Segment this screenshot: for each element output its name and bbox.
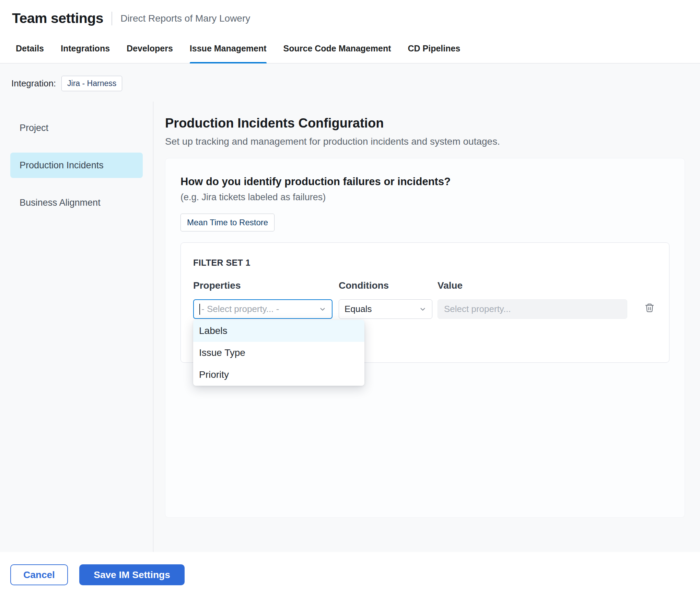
- page-header: Team settings Direct Reports of Mary Low…: [0, 0, 700, 35]
- conditions-column: Conditions Equals: [339, 280, 432, 319]
- chevron-down-icon: [319, 305, 326, 313]
- integration-row: Integration: Jira - Harness: [0, 63, 700, 101]
- filter-row: Properties - Select property... -: [193, 280, 657, 319]
- team-settings-page: Team settings Direct Reports of Mary Low…: [0, 0, 700, 600]
- main-panel: Production Incidents Configuration Set u…: [153, 101, 700, 552]
- section-subtitle: Set up tracking and management for produ…: [165, 136, 685, 147]
- tab-integrations[interactable]: Integrations: [61, 35, 110, 63]
- property-dropdown-menu: Labels Issue Type Priority: [193, 320, 364, 386]
- condition-select-value: Equals: [345, 304, 372, 314]
- tab-source-code-management[interactable]: Source Code Management: [283, 35, 391, 63]
- tab-developers[interactable]: Developers: [127, 35, 173, 63]
- tab-bar: Details Integrations Developers Issue Ma…: [0, 35, 700, 63]
- incidents-config-card: How do you identify production failures …: [165, 158, 685, 518]
- sidebar-item-production-incidents[interactable]: Production Incidents: [10, 153, 143, 178]
- text-cursor: [199, 304, 200, 315]
- settings-sidebar: Project Production Incidents Business Al…: [0, 101, 153, 552]
- trash-column: [642, 280, 657, 319]
- dropdown-option-priority[interactable]: Priority: [193, 364, 364, 386]
- tab-details[interactable]: Details: [16, 35, 44, 63]
- condition-select[interactable]: Equals: [339, 299, 432, 319]
- value-input[interactable]: [438, 299, 627, 319]
- cancel-button[interactable]: Cancel: [10, 564, 68, 585]
- sidebar-item-project[interactable]: Project: [10, 115, 143, 141]
- dropdown-option-labels[interactable]: Labels: [193, 320, 364, 342]
- property-select-placeholder: - Select property... -: [201, 304, 279, 314]
- filter-set-title: FILTER SET 1: [193, 258, 657, 268]
- integration-label: Integration:: [11, 78, 56, 89]
- dropdown-option-issue-type[interactable]: Issue Type: [193, 342, 364, 364]
- filter-set-card: FILTER SET 1 Properties - Select propert…: [180, 242, 669, 363]
- page-subtitle: Direct Reports of Mary Lowery: [120, 13, 250, 24]
- conditions-column-header: Conditions: [339, 280, 432, 291]
- tab-cd-pipelines[interactable]: CD Pipelines: [408, 35, 460, 63]
- properties-column: Properties - Select property... -: [193, 280, 332, 319]
- section-title: Production Incidents Configuration: [165, 116, 685, 131]
- config-question: How do you identify production failures …: [180, 176, 669, 188]
- save-im-settings-button[interactable]: Save IM Settings: [79, 564, 185, 585]
- value-column: Value: [438, 280, 627, 319]
- value-column-header: Value: [438, 280, 627, 291]
- settings-body: Project Production Incidents Business Al…: [0, 101, 700, 552]
- tab-issue-management[interactable]: Issue Management: [190, 35, 267, 63]
- footer-bar: Cancel Save IM Settings: [0, 552, 700, 600]
- property-select[interactable]: - Select property... -: [193, 299, 332, 319]
- properties-column-header: Properties: [193, 280, 332, 291]
- sidebar-item-business-alignment[interactable]: Business Alignment: [10, 190, 143, 215]
- trash-icon[interactable]: [642, 298, 657, 317]
- integration-chip[interactable]: Jira - Harness: [61, 76, 122, 91]
- mean-time-to-restore-tab[interactable]: Mean Time to Restore: [180, 214, 275, 231]
- config-hint: (e.g. Jira tickets labeled as failures): [180, 192, 669, 203]
- page-title: Team settings: [12, 10, 103, 26]
- content-area: Integration: Jira - Harness Project Prod…: [0, 63, 700, 552]
- title-separator: [112, 12, 112, 25]
- chevron-down-icon: [419, 305, 427, 313]
